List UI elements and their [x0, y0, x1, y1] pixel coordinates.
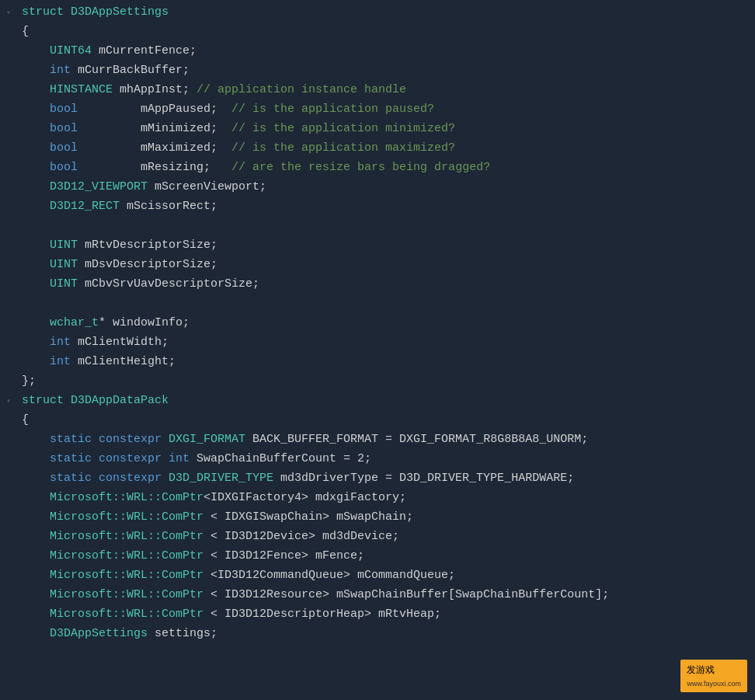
watermark: 发游戏 www.fayouxi.com — [680, 660, 747, 692]
token: UINT — [50, 258, 85, 271]
indent — [22, 586, 50, 604]
token: // is the application maximized? — [231, 141, 455, 155]
token: Microsoft::WRL::ComPtr — [50, 491, 204, 504]
token: static — [50, 452, 99, 465]
token: < ID3D12Device> md3dDevice; — [210, 530, 399, 543]
indent — [22, 178, 50, 197]
code-line: }; — [0, 372, 755, 392]
code-text: Microsoft::WRL::ComPtr < ID3D12Device> m… — [50, 528, 755, 546]
token: int — [50, 355, 78, 368]
token: mCurrBackBuffer; — [78, 64, 190, 77]
code-text: { — [22, 411, 755, 430]
indent — [22, 256, 50, 274]
code-line: HINSTANCE mhAppInst; // application inst… — [0, 81, 755, 100]
token: mAppPaused; — [141, 103, 231, 116]
code-text: static constexpr int SwapChainBufferCoun… — [50, 450, 755, 468]
code-line: Microsoft::WRL::ComPtr < ID3D12Device> m… — [0, 528, 755, 547]
token: Microsoft::WRL::ComPtr — [50, 588, 210, 601]
fold-indicator[interactable]: ▾ — [6, 7, 11, 19]
token: D3D12_RECT — [50, 200, 127, 213]
token: HINSTANCE — [50, 83, 120, 96]
code-line: Microsoft::WRL::ComPtr < ID3D12Fence> mF… — [0, 547, 755, 566]
code-line: UINT mCbvSrvUavDescriptorSize; — [0, 275, 755, 294]
token: int — [50, 336, 78, 349]
token: * windowInfo; — [99, 316, 190, 329]
indent — [22, 489, 50, 507]
token: mScissorRect; — [127, 200, 217, 213]
gutter: ▾ — [6, 7, 16, 19]
token: settings; — [155, 627, 217, 640]
code-text: Microsoft::WRL::ComPtr < IDXGISwapChain>… — [50, 508, 755, 527]
token: wchar_t — [50, 316, 99, 329]
code-text: bool mAppPaused; // is the application p… — [50, 100, 755, 119]
token: bool — [50, 141, 78, 155]
code-line: { — [0, 23, 755, 42]
code-text: Microsoft::WRL::ComPtr < ID3D12Descripto… — [50, 605, 755, 624]
code-line: UINT64 mCurrentFence; — [0, 42, 755, 61]
code-text: D3DAppSettings settings; — [50, 625, 755, 643]
fold-indicator[interactable]: ▾ — [6, 395, 11, 408]
token: mMinimized; — [141, 122, 231, 135]
indent — [22, 100, 50, 119]
token: }; — [22, 374, 36, 388]
token: SwapChainBufferCount = 2; — [197, 452, 371, 465]
token: D3DAppSettings — [71, 5, 169, 19]
token: mhAppInst; — [120, 83, 197, 96]
watermark-url: www.fayouxi.com — [687, 678, 741, 689]
code-text: int mClientHeight; — [50, 353, 755, 371]
token: // application instance handle — [197, 83, 406, 96]
token: { — [22, 25, 29, 38]
code-line: static constexpr D3D_DRIVER_TYPE md3dDri… — [0, 469, 755, 489]
token: < IDXGISwapChain> mSwapChain; — [210, 510, 413, 524]
code-line: int mCurrBackBuffer; — [0, 61, 755, 81]
code-line: UINT mDsvDescriptorSize; — [0, 256, 755, 275]
code-line: static constexpr DXGI_FORMAT BACK_BUFFER… — [0, 430, 755, 450]
code-line: ▾struct D3DAppSettings — [0, 3, 755, 23]
code-line: D3D12_RECT mScissorRect; — [0, 197, 755, 217]
code-line: wchar_t* windowInfo; — [0, 314, 755, 333]
code-line: ▾struct D3DAppDataPack — [0, 392, 755, 411]
code-text: struct D3DAppSettings — [22, 3, 755, 22]
code-text: { — [22, 23, 755, 41]
code-text: Microsoft::WRL::ComPtr <ID3D12CommandQue… — [50, 566, 755, 585]
code-line: bool mMaximized; // is the application m… — [0, 139, 755, 158]
token — [78, 141, 141, 155]
code-line: { — [0, 411, 755, 430]
code-line: D3DAppSettings settings; — [0, 625, 755, 644]
code-text: bool mResizing; // are the resize bars b… — [50, 158, 755, 177]
token: bool — [50, 122, 78, 135]
code-text: bool mMaximized; // is the application m… — [50, 139, 755, 158]
token: static — [50, 472, 99, 485]
code-text: int mCurrBackBuffer; — [50, 61, 755, 80]
token: mClientWidth; — [78, 336, 169, 349]
code-text: UINT mRtvDescriptorSize; — [50, 236, 755, 255]
token: static — [50, 433, 99, 446]
token: // is the application paused? — [231, 103, 434, 116]
token: bool — [50, 161, 78, 174]
token: md3dDriverType = D3D_DRIVER_TYPE_HARDWAR… — [280, 472, 574, 485]
indent — [22, 236, 50, 255]
indent — [22, 430, 50, 449]
code-container: ▾struct D3DAppSettings{ UINT64 mCurrentF… — [0, 0, 755, 647]
indent — [22, 605, 50, 624]
token: struct — [22, 5, 71, 19]
token — [78, 122, 141, 135]
token: Microsoft::WRL::ComPtr — [50, 510, 210, 524]
indent — [22, 566, 50, 585]
code-line: Microsoft::WRL::ComPtr < ID3D12Descripto… — [0, 605, 755, 625]
indent — [22, 547, 50, 566]
token: BACK_BUFFER_FORMAT = DXGI_FORMAT_R8G8B8A… — [252, 433, 588, 446]
code-line: bool mResizing; // are the resize bars b… — [0, 158, 755, 178]
indent — [22, 528, 50, 546]
code-text: Microsoft::WRL::ComPtr<IDXGIFactory4> md… — [50, 489, 755, 507]
indent — [22, 61, 50, 80]
token: mCbvSrvUavDescriptorSize; — [85, 277, 259, 291]
token: < ID3D12Resource> mSwapChainBuffer[SwapC… — [210, 588, 609, 601]
code-text: UINT mCbvSrvUavDescriptorSize; — [50, 275, 755, 294]
token: mClientHeight; — [78, 355, 176, 368]
token: D3DAppSettings — [50, 627, 155, 640]
code-text: int mClientWidth; — [50, 333, 755, 352]
code-line: Microsoft::WRL::ComPtr<IDXGIFactory4> md… — [0, 489, 755, 508]
code-line — [0, 294, 755, 314]
token: mResizing; — [141, 161, 231, 174]
